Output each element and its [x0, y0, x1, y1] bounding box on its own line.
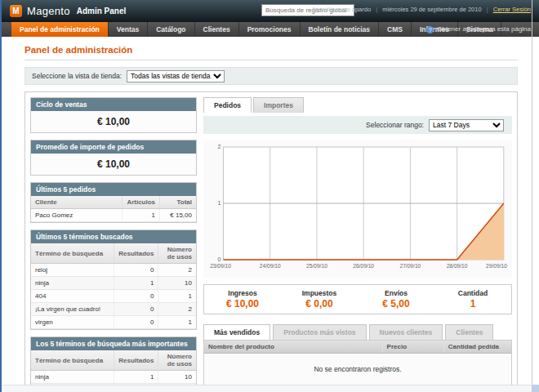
table-row[interactable]: ninja 1 10 [31, 371, 196, 384]
last-orders-widget: Últimos 5 pedidos Cliente Artículos Tota… [30, 182, 197, 223]
stat-quantity: Cantidad 1 [434, 289, 511, 310]
svg-text:25/09/10: 25/09/10 [306, 263, 327, 269]
tab-customers[interactable]: Clientes [445, 324, 493, 340]
nav-item-sales[interactable]: Ventas [109, 22, 148, 37]
main-nav: Panel de administración Ventas Catálogo … [2, 22, 539, 37]
stat-shipping: Envíos € 5,00 [358, 289, 434, 310]
svg-text:26/09/10: 26/09/10 [353, 263, 374, 269]
page-title: Panel de administración [24, 45, 518, 55]
product-tabs: Más vendidos Productos más vistos Nuevos… [203, 324, 512, 340]
stat-tax: Impuestos € 0,00 [281, 289, 358, 310]
title-divider [24, 58, 518, 60]
lifetime-sales-title: Ciclo de ventas [31, 98, 196, 111]
svg-text:2: 2 [217, 145, 220, 150]
dashboard-container: Ciclo de ventas € 10,00 Promedio de impo… [24, 91, 518, 392]
nav-item-promotions[interactable]: Promociones [239, 22, 301, 37]
average-orders-value: € 10,00 [31, 154, 196, 175]
dashboard-left-column: Ciclo de ventas € 10,00 Promedio de impo… [30, 97, 197, 392]
magento-logo-icon: M [10, 5, 22, 17]
dashboard-right-panel: Pedidos Importes Seleccionar rango: Last… [203, 97, 512, 392]
stat-revenue: Ingresos € 10,00 [204, 289, 281, 310]
col-header[interactable]: Número de usos [158, 243, 196, 264]
last-search-table: Término de búsqueda Resultados Número de… [31, 243, 196, 329]
average-orders-title: Promedio de importe de pedidos [31, 140, 196, 154]
magento-logo: M Magento Admin Panel [10, 5, 126, 17]
last-orders-title: Últimos 5 pedidos [31, 183, 196, 196]
average-orders-widget: Promedio de importe de pedidos € 10,00 [30, 140, 197, 176]
tab-bestsellers[interactable]: Más vendidos [203, 324, 270, 340]
svg-text:24/09/10: 24/09/10 [260, 263, 281, 269]
svg-text:27/09/10: 27/09/10 [399, 263, 421, 269]
col-header[interactable]: Resultados [114, 350, 158, 371]
table-row[interactable]: Paco Gomez 1 € 15,00 [31, 209, 196, 222]
col-header[interactable]: Artículos [122, 196, 159, 209]
nav-item-newsletter[interactable]: Boletín de noticias [301, 22, 380, 37]
col-header[interactable]: Precio [382, 341, 443, 354]
tab-most-viewed[interactable]: Productos más vistos [273, 324, 366, 340]
logout-link[interactable]: Cerrar Sesión [493, 6, 531, 13]
empty-records-message: No se encontraron registros. [204, 354, 511, 386]
store-view-bar: Seleccione la vista de tienda: Todas las… [24, 67, 518, 85]
top-search-terms-widget: Los 5 términos de búsqueda más important… [30, 336, 197, 392]
scrollbar-corner [532, 385, 539, 392]
chart-tabs: Pedidos Importes [203, 97, 512, 113]
nav-item-catalog[interactable]: Catálogo [148, 22, 194, 37]
range-label: Seleccionar rango: [366, 121, 424, 129]
help-link[interactable]: ? Obtener ayuda para esta página [426, 22, 531, 37]
lifetime-sales-widget: Ciclo de ventas € 10,00 [30, 97, 197, 133]
top-search-title: Los 5 términos de búsqueda más important… [31, 337, 196, 350]
col-header[interactable]: Término de búsqueda [31, 350, 114, 371]
svg-text:1: 1 [217, 201, 220, 207]
header-bar: M Magento Admin Panel Accedió como apard… [2, 0, 539, 22]
header-session-info: Accedió como apardo | miércoles 29 de se… [312, 6, 531, 13]
logo-subtitle: Admin Panel [77, 7, 127, 16]
svg-text:28/09/10: 28/09/10 [447, 263, 468, 269]
table-row[interactable]: ninja 1 10 [31, 277, 196, 290]
nav-item-customers[interactable]: Clientes [195, 22, 239, 37]
col-header[interactable]: Término de búsqueda [31, 243, 114, 264]
last-search-title: Últimos 5 términos buscados [31, 230, 196, 243]
tab-orders[interactable]: Pedidos [203, 97, 252, 113]
tab-new-customers[interactable]: Nuevos clientes [369, 324, 443, 340]
page-content: Panel de administración Seleccione la vi… [2, 37, 539, 392]
last-search-terms-widget: Últimos 5 términos buscados Término de b… [30, 229, 197, 330]
orders-chart-area: 01223/09/1024/09/1025/09/1026/09/1027/09… [203, 140, 512, 278]
store-view-select[interactable]: Todas las vistas de tienda [127, 70, 225, 82]
svg-text:23/09/10: 23/09/10 [210, 263, 231, 269]
last-orders-table: Cliente Artículos Total Paco Gomez 1 € 1… [31, 196, 196, 222]
col-header[interactable]: Cliente [31, 196, 122, 209]
window-bottom-strip [2, 385, 539, 392]
col-header[interactable]: Cantidad pedida [443, 341, 511, 354]
nav-item-dashboard[interactable]: Panel de administración [11, 22, 109, 37]
col-header[interactable]: Total [160, 196, 196, 209]
tab-amounts[interactable]: Importes [253, 97, 304, 113]
svg-text:0: 0 [217, 257, 220, 263]
current-date: miércoles 29 de septiembre de 2010 [382, 6, 481, 13]
col-header[interactable]: Resultados [114, 243, 158, 264]
bestsellers-table-box: Nombre del producto Precio Cantidad pedi… [203, 340, 512, 387]
logged-in-as: Accedió como apardo [312, 6, 372, 13]
table-row[interactable]: virgen 0 1 [31, 316, 196, 329]
lifetime-sales-value: € 10,00 [31, 111, 196, 132]
orders-chart: 01223/09/1024/09/1025/09/1026/09/1027/09… [205, 142, 510, 273]
logo-title: Magento [27, 5, 70, 17]
table-row[interactable]: ¡La virgen que cuadro! 0 2 [31, 303, 196, 316]
col-header[interactable]: Número de usos [158, 350, 196, 371]
range-select[interactable]: Last 7 Days [429, 119, 504, 131]
table-row[interactable]: reloj 0 2 [31, 264, 196, 277]
table-row[interactable]: 404 0 1 [31, 290, 196, 303]
nav-item-cms[interactable]: CMS [379, 22, 412, 37]
window-right-border [532, 0, 532, 392]
totals-bar: Ingresos € 10,00 Impuestos € 0,00 Envíos… [203, 284, 512, 314]
col-header[interactable]: Nombre del producto [204, 341, 382, 354]
svg-text:29/09/10: 29/09/10 [486, 263, 507, 269]
help-label: Obtener ayuda para esta página [437, 22, 531, 37]
range-selector-bar: Seleccionar rango: Last 7 Days [203, 116, 512, 134]
help-icon: ? [426, 26, 434, 33]
bestsellers-table: Nombre del producto Precio Cantidad pedi… [204, 341, 511, 354]
store-view-label: Seleccione la vista de tienda: [32, 72, 122, 80]
